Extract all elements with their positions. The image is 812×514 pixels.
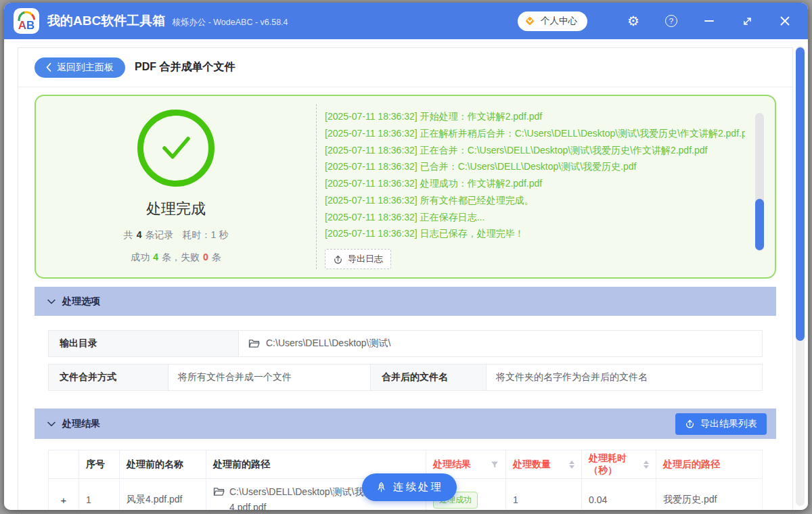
- row-expand-cell[interactable]: +: [48, 479, 79, 510]
- log-area: [2025-07-11 18:36:32] 开始处理：作文讲解2.pdf.pdf…: [317, 96, 775, 277]
- total-count: 4: [137, 229, 142, 240]
- log-line: [2025-07-11 18:36:32] 正在解析并稍后合并：C:\Users…: [325, 124, 745, 141]
- close-button[interactable]: [775, 11, 794, 30]
- header-count-label: 处理数量: [513, 459, 551, 471]
- fail-count: 0: [203, 252, 208, 262]
- resize-icon: [742, 16, 753, 27]
- export-results-button[interactable]: 导出结果列表: [675, 413, 767, 435]
- log-line: [2025-07-11 18:36:32] 开始处理：作文讲解2.pdf.pdf: [325, 108, 745, 124]
- check-icon: [159, 135, 193, 162]
- maximize-button[interactable]: [738, 11, 757, 30]
- row-name-before: 风景4.pdf.pdf: [120, 479, 206, 510]
- logo-arc-icon: [16, 10, 37, 21]
- header-index: 序号: [79, 450, 120, 479]
- log-line: [2025-07-11 18:36:32] 已合并：C:\Users\DELL\…: [325, 158, 745, 174]
- title-bar: AB 我的ABC软件工具箱 核烁办公 - WodeABC - v6.58.4 个…: [4, 3, 808, 39]
- results-section-title: 处理结果: [62, 418, 100, 430]
- between-label: 条，失败: [162, 252, 200, 264]
- options-section-title: 处理选项: [62, 296, 100, 308]
- row-path-after: 我爱历史.pdf: [656, 479, 763, 510]
- card-body: 处理完成 共 4 条记录 耗时：1 秒 成功 4 条，失败 0 条: [18, 87, 792, 510]
- expand-row-icon[interactable]: +: [61, 494, 67, 506]
- header-name-before: 处理前的名称: [120, 450, 206, 479]
- output-dir-value-cell[interactable]: C:\Users\DELL\Desktop\测试\: [238, 331, 762, 356]
- user-center-label: 个人中心: [541, 15, 577, 27]
- elapsed-text: 耗时：1 秒: [183, 229, 229, 241]
- section-header-options[interactable]: 处理选项: [35, 287, 776, 316]
- minimize-button[interactable]: [700, 11, 719, 30]
- continue-processing-button[interactable]: 连续处理: [362, 473, 457, 501]
- merged-name-label: 合并后的文件名: [371, 365, 486, 390]
- filter-icon[interactable]: [491, 461, 499, 469]
- fail-suffix: 条: [212, 252, 221, 264]
- log-scrollbar-thumb[interactable]: [755, 199, 764, 250]
- back-button-label: 返回到主面板: [57, 62, 114, 74]
- option-row-merge: 文件合并方式 将所有文件合并成一个文件 合并后的文件名 将文件夹的名字作为合并后…: [48, 364, 763, 391]
- header-elapsed: 处理耗时（秒）: [582, 450, 656, 479]
- chevron-left-icon: [46, 63, 51, 72]
- user-center-button[interactable]: 个人中心: [518, 11, 587, 31]
- total-suffix: 条记录: [145, 229, 174, 241]
- export-log-button[interactable]: 导出日志: [325, 249, 391, 269]
- app-window: AB 我的ABC软件工具箱 核烁办公 - WodeABC - v6.58.4 个…: [4, 3, 808, 510]
- settings-button[interactable]: ⚙: [624, 11, 643, 30]
- app-title: 我的ABC软件工具箱: [47, 12, 165, 30]
- gear-icon: ⚙: [627, 14, 639, 28]
- log-line: [2025-07-11 18:36:32] 所有文件都已经处理完成。: [325, 191, 745, 208]
- merge-mode-label: 文件合并方式: [49, 365, 168, 390]
- back-button[interactable]: 返回到主面板: [35, 57, 125, 78]
- continue-processing-label: 连续处理: [393, 480, 443, 494]
- folder-icon: [213, 487, 225, 496]
- export-results-label: 导出结果列表: [700, 418, 757, 430]
- log-line: [2025-07-11 18:36:32] 正在合并：C:\Users\DELL…: [325, 141, 745, 158]
- header-path-after: 处理后的路径: [656, 450, 763, 479]
- merged-name-value: 将文件夹的名字作为合并后的文件名: [486, 365, 762, 390]
- row-elapsed: 0.04: [582, 479, 656, 510]
- close-icon: [780, 16, 790, 26]
- content-card: 返回到主面板 PDF 合并成单个文件 处理完成 共: [18, 47, 793, 510]
- page-scrollbar[interactable]: [796, 46, 805, 506]
- success-count: 4: [153, 252, 158, 262]
- app-body: 返回到主面板 PDF 合并成单个文件 处理完成 共: [4, 39, 808, 510]
- app-logo: AB: [14, 8, 39, 34]
- export-log-label: 导出日志: [348, 253, 383, 265]
- upload-icon: [333, 254, 343, 264]
- vip-diamond-icon: [524, 15, 536, 27]
- sort-icon[interactable]: [569, 461, 574, 469]
- output-dir-value: C:\Users\DELL\Desktop\测试\: [266, 337, 390, 350]
- page-title: PDF 合并成单个文件: [135, 60, 235, 74]
- page-scrollbar-thumb[interactable]: [796, 47, 805, 341]
- option-row-output-dir: 输出目录 C:\Users\DELL\Desktop\测试\: [48, 330, 763, 357]
- status-panel: 处理完成 共 4 条记录 耗时：1 秒 成功 4 条，失败 0 条: [35, 95, 776, 279]
- output-dir-label: 输出目录: [49, 331, 238, 356]
- sort-icon[interactable]: [644, 461, 649, 469]
- log-line: [2025-07-11 18:36:32] 处理成功：作文讲解2.pdf.pdf: [325, 174, 745, 191]
- total-prefix: 共: [124, 229, 133, 241]
- titlebar-controls: 个人中心 ⚙ ?: [518, 11, 794, 31]
- row-index: 1: [79, 479, 120, 510]
- help-icon: ?: [665, 15, 677, 27]
- header-elapsed-label: 处理耗时（秒）: [589, 452, 644, 477]
- section-header-results[interactable]: 处理结果 导出结果列表: [35, 408, 776, 439]
- help-button[interactable]: ?: [662, 11, 681, 30]
- header-count: 处理数量: [506, 450, 582, 479]
- page-header: 返回到主面板 PDF 合并成单个文件: [18, 48, 792, 87]
- options-body: 输出目录 C:\Users\DELL\Desktop\测试\ 文件合并方式 将所…: [35, 316, 776, 402]
- rocket-icon: [376, 482, 387, 493]
- success-circle-icon: [137, 110, 215, 187]
- minimize-icon: [704, 20, 714, 22]
- row-count: 1: [506, 479, 582, 510]
- success-label: 成功: [131, 252, 150, 264]
- status-summary: 处理完成 共 4 条记录 耗时：1 秒 成功 4 条，失败 0 条: [36, 96, 316, 277]
- merge-mode-value: 将所有文件合并成一个文件: [168, 365, 371, 390]
- log-line: [2025-07-11 18:36:32] 正在保存日志...: [325, 208, 745, 225]
- status-result-line: 成功 4 条，失败 0 条: [131, 252, 221, 264]
- chevron-down-icon: [47, 421, 55, 427]
- header-result-label: 处理结果: [433, 459, 471, 471]
- upload-icon: [685, 419, 695, 429]
- app-subtitle: 核烁办公 - WodeABC - v6.58.4: [172, 17, 288, 28]
- folder-icon: [248, 339, 260, 348]
- header-expand: [48, 450, 79, 479]
- log-line: [2025-07-11 18:36:32] 日志已保存，处理完毕！: [325, 225, 745, 241]
- log-scrollbar[interactable]: [755, 113, 764, 251]
